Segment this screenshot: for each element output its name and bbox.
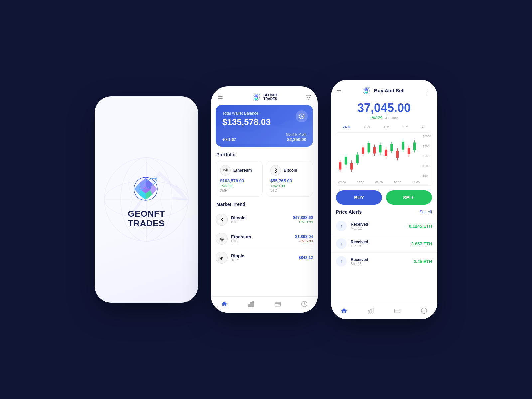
wallet-balance-card: Total Wallet Balance $135,578.03 +%1.67 … <box>216 105 313 147</box>
alert-amount-2: 0.45 ETH <box>414 259 432 264</box>
trade-globe-icon <box>362 86 371 95</box>
trade-header: ← Buy And Sell ⋮ <box>331 80 437 98</box>
ethereum-ticker: XMR <box>220 189 258 192</box>
nav-wallet[interactable] <box>274 301 281 307</box>
market-bitcoin-icon: ₿ <box>216 214 228 226</box>
trade-screen: ← Buy And Sell ⋮ 37,045.00 +%129 All Tim… <box>331 80 437 319</box>
svg-rect-25 <box>249 304 250 307</box>
nav-home[interactable] <box>221 301 228 307</box>
trade-price-pct: +%129 <box>370 116 383 120</box>
more-options-icon[interactable]: ⋮ <box>425 86 432 94</box>
time-24h[interactable]: 24 H <box>341 124 352 130</box>
alert-amount-1: 3.857 ETH <box>411 241 432 246</box>
market-item-ripple[interactable]: ◈ Ripple XRP $842.12 <box>216 248 313 267</box>
svg-rect-39 <box>345 157 347 164</box>
alert-date-1: Tue 13 <box>351 244 368 248</box>
back-button[interactable]: ← <box>336 87 342 94</box>
portfolio-header: ☰ GEONFT TRADES ▽ <box>211 86 318 105</box>
trade-action-buttons: BUY SELL <box>331 186 437 209</box>
svg-rect-53 <box>385 150 387 156</box>
svg-rect-64 <box>368 311 369 313</box>
svg-marker-33 <box>366 91 368 94</box>
chart-x-axis: 07:00 08:00 09:00 10:00 11:00 <box>338 181 420 184</box>
alert-arrow-icon-2: ↑ <box>336 256 347 267</box>
time-1y[interactable]: 1 Y <box>401 124 409 130</box>
svg-rect-37 <box>339 162 342 169</box>
svg-rect-43 <box>356 155 359 163</box>
market-item-bitcoin[interactable]: ₿ Bitcoin BTC $47.888,60 +%19.89 <box>216 210 313 229</box>
portfolio-card-ethereum[interactable]: Ⓜ Ethereum $103,578.03 +%7.89 XMR <box>216 161 263 197</box>
trade-price-period: All Time <box>385 116 398 120</box>
header-logo: GEONFT TRADES <box>252 92 277 102</box>
market-trend-list: ₿ Bitcoin BTC $47.888,60 +%19.89 ◎ Ether… <box>211 210 318 296</box>
svg-rect-51 <box>379 145 382 152</box>
trade-nav-wallet[interactable] <box>394 307 401 314</box>
time-1m[interactable]: 1 M <box>382 124 391 130</box>
filter-icon[interactable]: ▽ <box>306 93 311 101</box>
wallet-profit-pct: +%1.67 <box>222 137 236 142</box>
svg-marker-34 <box>364 91 366 94</box>
wallet-monthly: Monthly Profit $2,350.00 <box>286 133 306 142</box>
alert-item-tue[interactable]: ↑ Received Tue 13 3.857 ETH <box>331 235 437 253</box>
wallet-label: Total Wallet Balance <box>222 111 306 116</box>
svg-rect-27 <box>252 302 253 307</box>
sell-button[interactable]: SELL <box>386 190 432 205</box>
ethereum-pct: +%7.89 <box>220 184 258 188</box>
portfolio-card-bitcoin[interactable]: ₿ Bitcoin $55,765.03 +%29.00 BTC <box>266 161 313 197</box>
header-globe-icon <box>252 92 261 102</box>
svg-rect-49 <box>373 147 376 153</box>
ethereum-icon: Ⓜ <box>220 165 231 176</box>
portfolio-bottom-nav <box>211 296 318 313</box>
svg-marker-20 <box>254 94 256 98</box>
alert-date-2: Sun 23 <box>351 262 368 266</box>
nav-history[interactable] <box>301 301 308 307</box>
svg-rect-41 <box>350 163 353 169</box>
bitcoin-name: Bitcoin <box>284 168 297 173</box>
splash-logo: GEONFT TRADES <box>128 171 165 228</box>
portfolio-title: Portfolio <box>211 152 318 161</box>
svg-marker-21 <box>256 98 258 101</box>
svg-rect-61 <box>408 148 410 154</box>
time-1w[interactable]: 1 W <box>362 124 372 130</box>
bitcoin-value: $55,765.03 <box>270 178 309 183</box>
svg-rect-26 <box>250 303 251 307</box>
svg-rect-57 <box>396 151 399 158</box>
svg-rect-66 <box>372 308 373 313</box>
trade-nav-history[interactable] <box>421 307 427 314</box>
trade-nav-chart[interactable] <box>367 307 374 314</box>
portfolio-screen: ☰ GEONFT TRADES ▽ <box>211 86 318 313</box>
alert-date-0: Mon 12 <box>351 227 368 230</box>
portfolio-cards: Ⓜ Ethereum $103,578.03 +%7.89 XMR ₿ Bitc… <box>211 161 318 202</box>
see-all-button[interactable]: See All <box>420 210 432 214</box>
svg-marker-22 <box>254 98 256 101</box>
alert-title-0: Received <box>351 222 368 227</box>
alert-arrow-icon-1: ↑ <box>336 238 347 249</box>
splash-brand-name: GEONFT TRADES <box>128 209 165 228</box>
ethereum-value: $103,578.03 <box>220 178 258 183</box>
menu-icon[interactable]: ☰ <box>218 93 223 101</box>
bitcoin-ticker: BTC <box>270 189 309 192</box>
nav-chart[interactable] <box>248 301 254 307</box>
bitcoin-pct: +%29.00 <box>270 184 309 188</box>
time-all[interactable]: All <box>420 124 427 130</box>
svg-marker-32 <box>364 88 366 91</box>
svg-rect-55 <box>390 144 393 151</box>
buy-button[interactable]: BUY <box>336 190 382 205</box>
svg-rect-67 <box>395 309 400 313</box>
alert-item-mon[interactable]: ↑ Received Mon 12 0.1245 ETH <box>331 217 437 235</box>
svg-rect-65 <box>370 309 371 313</box>
ethereum-name: Ethereum <box>233 168 252 173</box>
trade-screen-title: Buy And Sell <box>374 88 405 93</box>
market-item-ethereum[interactable]: ◎ Ethereum ETH $1.893,04 -%15.89 <box>216 229 313 248</box>
svg-rect-47 <box>368 143 370 153</box>
alert-amount-0: 0.1245 ETH <box>409 224 432 229</box>
trade-price-section: 37,045.00 +%129 All Time <box>331 98 437 122</box>
trade-price-value: 37,045.00 <box>331 101 437 115</box>
price-alerts-title: Price Alerts <box>336 209 362 215</box>
trade-nav-home[interactable] <box>341 307 347 314</box>
time-period-selector: 24 H 1 W 1 M 1 Y All <box>331 122 437 132</box>
alert-title-1: Received <box>351 240 368 244</box>
bitcoin-icon: ₿ <box>270 165 281 176</box>
alert-item-sun[interactable]: ↑ Received Sun 23 0.45 ETH <box>331 253 437 270</box>
market-trend-title: Market Trend <box>211 202 318 210</box>
